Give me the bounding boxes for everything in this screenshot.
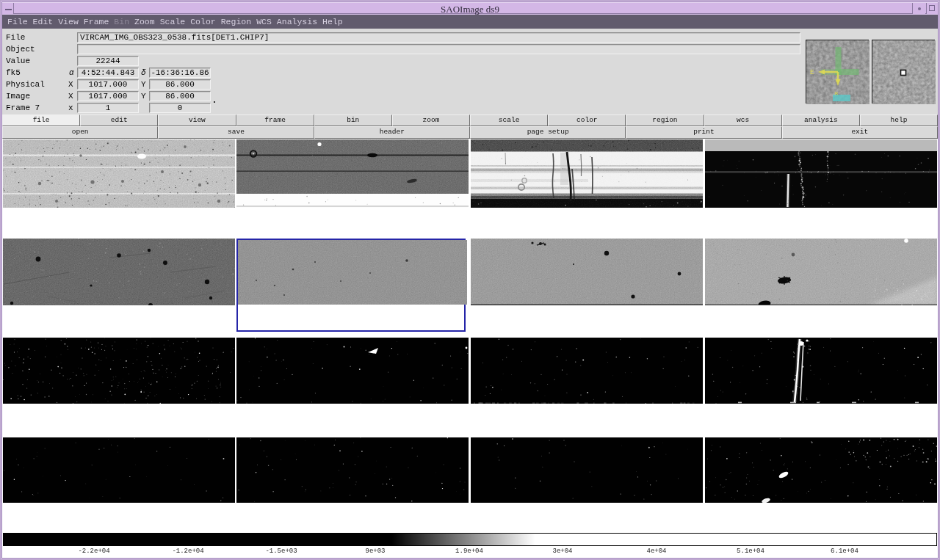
svg-text:E: E: [810, 69, 814, 76]
